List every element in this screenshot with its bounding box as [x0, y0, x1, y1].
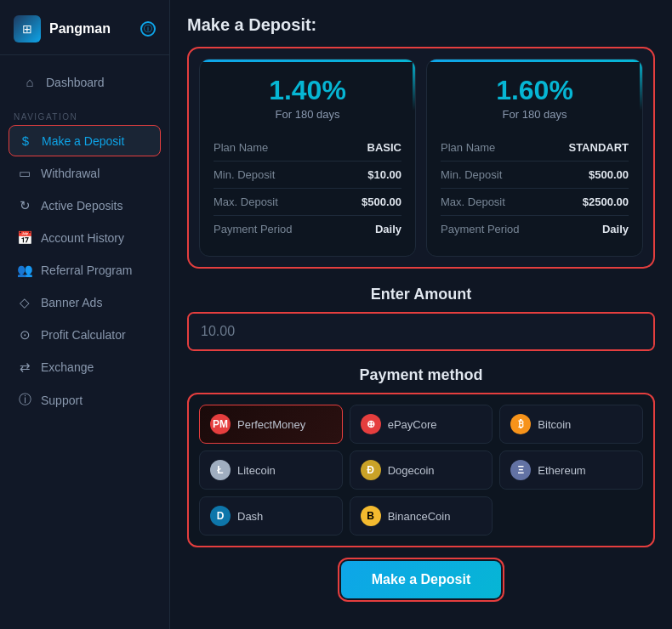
plan-row: Payment Period Daily — [214, 216, 401, 242]
sidebar-item-make-deposit[interactable]: $ Make a Deposit — [9, 125, 161, 156]
sidebar-item-exchange[interactable]: ⇄ Exchange — [9, 352, 161, 382]
plan-row-value: $500.00 — [589, 168, 629, 181]
sidebar-item-support[interactable]: ⓘ Support — [9, 384, 161, 416]
referral-icon: 👥 — [17, 263, 32, 278]
perfectmoney-icon: PM — [210, 414, 231, 434]
sidebar-item-label: Account History — [41, 231, 124, 245]
plan-row-label: Plan Name — [214, 141, 268, 154]
exchange-icon: ⇄ — [17, 360, 32, 375]
plan-rate-basic: 1.40% — [214, 75, 401, 106]
payment-item-litecoin[interactable]: Ł Litecoin — [199, 450, 343, 490]
logo-badge: ⓘ — [140, 21, 156, 37]
sidebar-dashboard-label: Dashboard — [46, 76, 105, 89]
deposit-button-wrapper: Make a Deposit — [187, 561, 655, 598]
amount-input-wrapper — [187, 312, 655, 351]
page-title: Make a Deposit: — [187, 15, 655, 35]
sidebar-item-label: Banner Ads — [41, 296, 102, 309]
epaycore-icon: ⊕ — [361, 414, 381, 434]
sidebar-item-banner-ads[interactable]: ◇ Banner Ads — [9, 287, 161, 318]
sidebar-item-label: Support — [41, 394, 83, 407]
payment-label: PerfectMoney — [237, 418, 305, 431]
plan-row-value: Daily — [375, 223, 401, 235]
active-deposits-icon: ↻ — [17, 198, 32, 213]
payment-label: BinanceCoin — [388, 510, 451, 523]
payment-item-dash[interactable]: D Dash — [199, 496, 343, 536]
sidebar-nav: $ Make a Deposit ▭ Withdrawal ↻ Active D… — [0, 125, 169, 416]
payment-item-bitcoin[interactable]: ₿ Bitcoin — [499, 405, 643, 444]
sidebar-item-account-history[interactable]: 📅 Account History — [9, 223, 161, 253]
plan-row: Plan Name BASIC — [214, 134, 401, 162]
plan-row-label: Payment Period — [214, 223, 293, 235]
sidebar-item-label: Referral Program — [41, 264, 132, 277]
litecoin-icon: Ł — [210, 460, 231, 480]
banner-icon: ◇ — [17, 295, 32, 310]
plan-row-label: Min. Deposit — [214, 168, 275, 181]
payment-label: Dash — [237, 510, 263, 523]
plan-row-label: Plan Name — [441, 141, 495, 154]
enter-amount-label: Enter Amount — [187, 286, 655, 303]
plan-card-standart[interactable]: 1.60% For 180 days Plan Name STANDART Mi… — [426, 59, 643, 257]
sidebar-item-label: Profit Calculator — [41, 328, 126, 342]
payment-item-epaycore[interactable]: ⊕ ePayCore — [350, 405, 493, 444]
plan-duration-standart: For 180 days — [441, 108, 629, 121]
payment-item-ethereum[interactable]: Ξ Ethereum — [499, 450, 643, 490]
sidebar-item-active-deposits[interactable]: ↻ Active Deposits — [9, 190, 161, 221]
sidebar-item-dashboard[interactable]: ⌂ Dashboard — [14, 67, 156, 97]
support-icon: ⓘ — [17, 392, 32, 408]
plan-row-value: Daily — [602, 223, 629, 235]
sidebar: ⊞ Pangman ⓘ ⌂ Dashboard NAVIGATION $ Mak… — [0, 0, 170, 629]
plan-row-value: $2500.00 — [583, 196, 629, 208]
payment-grid-wrapper: PM PerfectMoney ⊕ ePayCore ₿ Bitcoin Ł L… — [187, 393, 655, 547]
plan-row: Payment Period Daily — [441, 216, 629, 242]
payment-label: Dogecoin — [388, 464, 435, 477]
sidebar-logo: ⊞ Pangman ⓘ — [0, 0, 169, 55]
plan-row-label: Min. Deposit — [441, 168, 502, 181]
plan-row-value: BASIC — [367, 141, 401, 154]
sidebar-item-label: Exchange — [41, 360, 94, 374]
plan-rate-standart: 1.60% — [441, 75, 629, 106]
plan-row-label: Max. Deposit — [214, 196, 278, 208]
binancecoin-icon: B — [361, 506, 381, 526]
plan-card-basic[interactable]: 1.40% For 180 days Plan Name BASIC Min. … — [199, 59, 416, 257]
logo-icon: ⊞ — [14, 15, 41, 42]
sidebar-item-withdrawal[interactable]: ▭ Withdrawal — [9, 158, 161, 189]
sidebar-item-profit-calculator[interactable]: ⊙ Profit Calculator — [9, 320, 161, 350]
plan-row: Max. Deposit $2500.00 — [441, 189, 629, 216]
withdrawal-icon: ▭ — [17, 166, 32, 181]
plan-row-label: Max. Deposit — [441, 196, 505, 208]
plan-row: Min. Deposit $10.00 — [214, 162, 401, 189]
dogecoin-icon: Ð — [361, 460, 381, 480]
logo-text: Pangman — [49, 21, 111, 37]
payment-item-binancecoin[interactable]: B BinanceCoin — [350, 496, 493, 536]
sidebar-dashboard-section: ⌂ Dashboard — [0, 55, 169, 104]
payment-method-label: Payment method — [187, 366, 655, 384]
calculator-icon: ⊙ — [17, 327, 32, 343]
nav-label: NAVIGATION — [0, 104, 169, 125]
plan-row: Max. Deposit $500.00 — [214, 189, 401, 216]
amount-input[interactable] — [189, 314, 653, 349]
plan-row-value: $500.00 — [362, 196, 401, 208]
payment-label: Ethereum — [538, 464, 585, 477]
sidebar-item-label: Active Deposits — [41, 199, 122, 212]
payment-label: Bitcoin — [538, 418, 571, 431]
bitcoin-icon: ₿ — [510, 414, 531, 434]
plan-cards-wrapper: 1.40% For 180 days Plan Name BASIC Min. … — [187, 47, 655, 269]
make-deposit-button[interactable]: Make a Deposit — [341, 561, 501, 598]
payment-grid: PM PerfectMoney ⊕ ePayCore ₿ Bitcoin Ł L… — [199, 405, 643, 536]
plan-row: Min. Deposit $500.00 — [441, 162, 629, 189]
plan-row: Plan Name STANDART — [441, 134, 629, 162]
sidebar-item-referral-program[interactable]: 👥 Referral Program — [9, 255, 161, 286]
ethereum-icon: Ξ — [510, 460, 531, 480]
home-icon: ⌂ — [22, 75, 37, 89]
dash-icon: D — [210, 506, 231, 526]
main-content: Make a Deposit: 1.40% For 180 days Plan … — [170, 0, 672, 629]
sidebar-item-label: Withdrawal — [41, 167, 100, 180]
plan-duration-basic: For 180 days — [214, 108, 401, 121]
plan-row-value: $10.00 — [367, 168, 401, 181]
history-icon: 📅 — [17, 230, 32, 246]
plan-row-label: Payment Period — [441, 223, 520, 235]
plan-row-value: STANDART — [568, 141, 629, 154]
payment-item-dogecoin[interactable]: Ð Dogecoin — [350, 450, 493, 490]
payment-label: ePayCore — [388, 418, 437, 431]
payment-item-perfectmoney[interactable]: PM PerfectMoney — [199, 405, 343, 444]
